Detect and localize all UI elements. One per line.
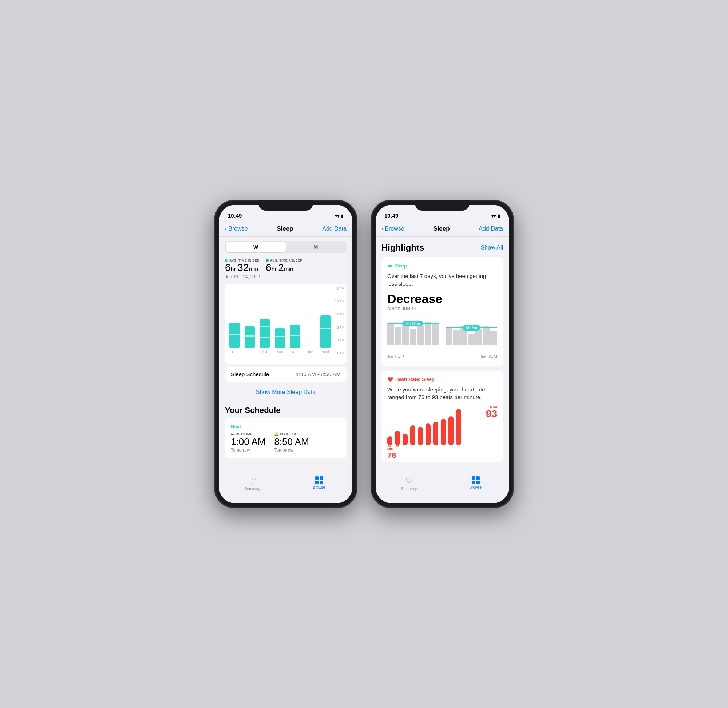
date-range: Jun 18 – 24, 2020	[225, 274, 260, 279]
hr-card-description: While you were sleeping, your heart rate…	[387, 386, 497, 401]
battery-icon: ▮	[341, 213, 344, 219]
right-chevron-left-icon: ‹	[381, 226, 383, 232]
bed-icon: 🛏	[231, 432, 234, 436]
left-tab-bar: ♡ Summary Browse	[219, 473, 352, 503]
sleep-decrease-text: Decrease	[387, 292, 497, 306]
segment-control[interactable]: W M	[225, 241, 347, 253]
right-back-button[interactable]: ‹ Browse	[381, 226, 404, 232]
wakeup-time: 8:50 AM	[274, 436, 309, 447]
hr-max-label: MAX 93	[486, 405, 497, 419]
week2-label: Jun 18–24	[480, 355, 497, 359]
month-segment[interactable]: M	[286, 242, 346, 252]
alarm-icon: 🔔	[274, 432, 279, 436]
time-asleep-value: 6hr 2min	[266, 262, 302, 274]
wakeup-label: 🔔 WAKE UP	[274, 432, 309, 436]
sleep-schedule-row: Sleep Schedule 1:00 AM - 8:50 AM	[231, 371, 341, 377]
right-tab-bar: ♡ Summary Browse	[376, 473, 509, 503]
left-status-time: 10:49	[228, 212, 242, 219]
heart-rate-card: ❤️ Heart Rate: Sleep While you were slee…	[381, 371, 503, 462]
right-status-icons: ▾▾ ▮	[491, 213, 500, 219]
next-label: Next	[231, 424, 341, 429]
nav-title: Sleep	[277, 225, 293, 232]
chart-y-labels: 6 PM 10 PM 2 AM 6 AM 10 AM 2 PM	[335, 287, 344, 355]
min-value: 76	[387, 451, 396, 460]
right-status-time: 10:49	[384, 212, 398, 219]
time-asleep-stat: AVG. TIME ASLEEP 6hr 2min	[266, 259, 302, 279]
bedtime-time: 1:00 AM	[231, 436, 265, 447]
right-phone: 10:49 ▾▾ ▮ ‹ Browse Sleep Add Data Highl…	[371, 200, 513, 508]
sleep-highlight-card: 🛏 Sleep Over the last 7 days, you've bee…	[381, 257, 503, 366]
left-phone: 10:49 ▾▾ ▮ ‹ Browse Sleep Add Data W M	[215, 200, 357, 508]
sleep-chart: 6 PM 10 PM 2 AM 6 AM 10 AM 2 PM Th	[225, 284, 347, 364]
heart-icon: ♡	[249, 476, 256, 486]
your-schedule-header: Your Schedule	[219, 400, 352, 418]
browse-tab-label: Browse	[313, 485, 325, 489]
week2-avg-badge: 6h 2m	[463, 325, 480, 331]
show-all-button[interactable]: Show All	[481, 244, 503, 251]
schedule-times: 🛏 BEDTIME 1:00 AM Tomorrow 🔔 WAKE UP 8:5…	[231, 432, 341, 453]
schedule-card: Next 🛏 BEDTIME 1:00 AM Tomorrow 🔔 WAK	[225, 418, 347, 458]
right-tab-browse[interactable]: Browse	[442, 476, 509, 489]
left-phone-screen: 10:49 ▾▾ ▮ ‹ Browse Sleep Add Data W M	[219, 205, 352, 503]
right-phone-screen: 10:49 ▾▾ ▮ ‹ Browse Sleep Add Data Highl…	[376, 205, 509, 503]
week1-label: Jun 11–17	[387, 355, 404, 359]
time-in-bed-stat: AVG. TIME IN BED 6hr 32min Jun 18 – 24, …	[225, 259, 260, 279]
sleep-card-tag: 🛏 Sleep	[387, 263, 497, 268]
week1-avg-badge: 6h 38m	[403, 321, 423, 326]
left-screen-content: W M AVG. TIME IN BED 6hr 32min Jun 18 – …	[219, 237, 352, 473]
right-heart-icon: ♡	[405, 476, 413, 486]
grid-icon	[315, 476, 323, 484]
back-button[interactable]: ‹ Browse	[225, 226, 248, 232]
heart-icon: ❤️	[387, 377, 393, 382]
right-wifi-icon: ▾▾	[491, 213, 496, 219]
tab-summary[interactable]: ♡ Summary	[219, 476, 286, 491]
hr-card-tag: ❤️ Heart Rate: Sleep	[387, 377, 497, 382]
week-segment[interactable]: W	[226, 242, 286, 252]
time-in-bed-value: 6hr 32min	[225, 262, 260, 274]
right-back-label: Browse	[385, 226, 404, 232]
right-browse-tab-label: Browse	[469, 485, 482, 489]
max-value: 93	[486, 409, 497, 419]
right-notch	[415, 200, 469, 211]
bedtime-block: 🛏 BEDTIME 1:00 AM Tomorrow	[231, 432, 265, 453]
sleep-schedule-section: Sleep Schedule 1:00 AM - 8:50 AM	[225, 367, 347, 382]
left-status-icons: ▾▾ ▮	[335, 213, 344, 219]
sleep-card-description: Over the last 7 days, you've been gettin…	[387, 272, 497, 287]
summary-tab-label: Summary	[245, 487, 260, 491]
teal-dot-dark	[266, 259, 269, 262]
left-nav-bar: ‹ Browse Sleep Add Data	[219, 221, 352, 237]
sleep-since-text: SINCE JUN 11	[387, 307, 497, 311]
right-summary-tab-label: Summary	[401, 487, 417, 491]
bedtime-day: Tomorrow	[231, 447, 265, 453]
teal-dot-light	[225, 259, 228, 262]
show-more-sleep-data[interactable]: Show More Sleep Data	[219, 384, 352, 400]
add-data-button[interactable]: Add Data	[322, 226, 347, 232]
right-screen-content: Highlights Show All 🛏 Sleep Over the las…	[376, 237, 509, 473]
left-notch	[259, 200, 313, 211]
right-grid-icon	[472, 476, 480, 484]
wakeup-day: Tomorrow	[274, 447, 309, 453]
sleep-comparison-chart: 6h 38m 6h 2m	[387, 315, 497, 352]
right-add-data-button[interactable]: Add Data	[479, 226, 503, 232]
right-nav-bar: ‹ Browse Sleep Add Data	[376, 221, 509, 237]
wakeup-block: 🔔 WAKE UP 8:50 AM Tomorrow	[274, 432, 309, 453]
hr-chart: MAX 93	[387, 405, 497, 456]
wifi-icon: ▾▾	[335, 213, 339, 219]
highlights-title: Highlights	[381, 243, 424, 253]
back-label: Browse	[228, 226, 247, 232]
chevron-left-icon: ‹	[225, 226, 227, 232]
sleep-schedule-time: 1:00 AM - 8:50 AM	[296, 371, 341, 377]
sleep-schedule-label: Sleep Schedule	[231, 371, 269, 377]
right-nav-title: Sleep	[433, 225, 449, 232]
tab-browse[interactable]: Browse	[286, 476, 352, 489]
sleep-bed-icon: 🛏	[387, 263, 392, 268]
right-tab-summary[interactable]: ♡ Summary	[376, 476, 442, 491]
highlights-header: Highlights Show All	[376, 237, 509, 257]
stats-row: AVG. TIME IN BED 6hr 32min Jun 18 – 24, …	[219, 256, 352, 281]
hr-min-label: MIN 76	[387, 447, 396, 460]
bedtime-label: 🛏 BEDTIME	[231, 432, 265, 436]
right-battery-icon: ▮	[498, 213, 500, 219]
